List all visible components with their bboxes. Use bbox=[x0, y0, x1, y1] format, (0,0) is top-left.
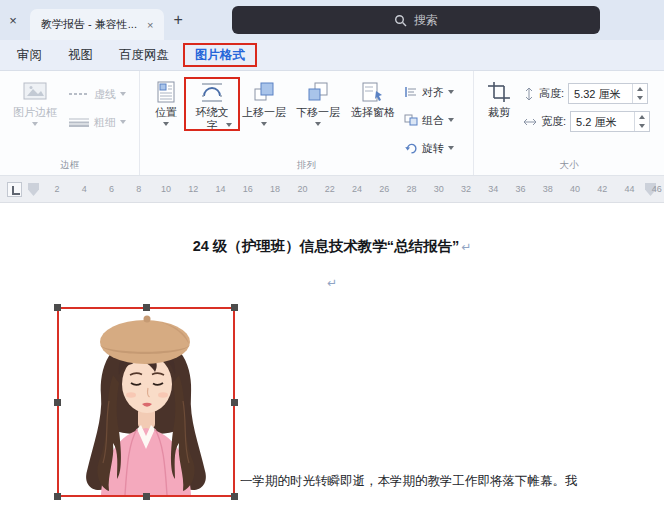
width-label: 宽度: bbox=[541, 114, 566, 129]
crop-button[interactable]: 裁剪 bbox=[479, 79, 519, 121]
group-objects-icon bbox=[404, 114, 418, 126]
dashes-icon bbox=[68, 91, 90, 97]
rotate-icon bbox=[404, 142, 418, 154]
width-decrease-button[interactable] bbox=[635, 122, 649, 132]
document-title: 24 级（护理班）信息技术教学“总结报告”↵ bbox=[0, 237, 664, 256]
width-stepper[interactable]: 5.2 厘米 bbox=[570, 111, 650, 132]
selection-handle[interactable] bbox=[231, 493, 238, 500]
ruler-tick: 12 bbox=[186, 184, 200, 194]
picture-border-icon bbox=[22, 81, 48, 103]
ruler-ticks: 2 4 6 8 10 12 14 16 18 20 22 24 26 28 30… bbox=[50, 176, 664, 202]
ruler-tick: 6 bbox=[105, 184, 119, 194]
width-icon bbox=[523, 116, 537, 128]
tab-baidu-netdisk[interactable]: 百度网盘 bbox=[106, 40, 182, 70]
group-button[interactable]: 组合 bbox=[401, 109, 461, 131]
ruler-tick: 44 bbox=[623, 184, 637, 194]
line-weight-button[interactable]: 粗细 bbox=[65, 111, 129, 133]
down-arrow-icon bbox=[639, 124, 645, 128]
crop-label: 裁剪 bbox=[488, 106, 510, 119]
word-application-window: × 教学报告 - 兼容性... × + 搜索 审阅 视图 百度网盘 图片格式 bbox=[0, 0, 664, 510]
bring-forward-button[interactable]: 上移一层 bbox=[237, 79, 291, 128]
document-tab-label: 教学报告 - 兼容性... bbox=[41, 17, 137, 32]
crop-icon bbox=[487, 81, 511, 103]
new-tab-icon[interactable]: + bbox=[173, 11, 182, 29]
chevron-down-icon bbox=[163, 122, 169, 126]
selection-handle[interactable] bbox=[143, 304, 150, 311]
ruler-tick: 14 bbox=[214, 184, 228, 194]
chevron-down-icon bbox=[32, 122, 38, 126]
ruler-tick: 8 bbox=[132, 184, 146, 194]
tab-view[interactable]: 视图 bbox=[55, 40, 106, 70]
horizontal-ruler: 2 4 6 8 10 12 14 16 18 20 22 24 26 28 30… bbox=[0, 176, 664, 203]
close-icon[interactable]: × bbox=[0, 13, 26, 28]
width-value[interactable]: 5.2 厘米 bbox=[571, 112, 634, 131]
ruler-tick: 24 bbox=[350, 184, 364, 194]
align-label: 对齐 bbox=[422, 85, 444, 100]
height-decrease-button[interactable] bbox=[633, 94, 647, 104]
selection-handle[interactable] bbox=[231, 399, 238, 406]
bring-forward-icon bbox=[252, 81, 276, 103]
wrap-text-button[interactable]: 环绕文字 bbox=[187, 79, 237, 129]
dash-style-label: 虚线 bbox=[94, 87, 116, 102]
picture-border-button[interactable]: 图片边框 bbox=[5, 79, 65, 128]
document-tab[interactable]: 教学报告 - 兼容性... × bbox=[30, 9, 164, 40]
chevron-down-icon bbox=[448, 90, 454, 94]
selection-pane-icon bbox=[361, 81, 385, 103]
dash-style-button[interactable]: 虚线 bbox=[65, 83, 129, 105]
portrait-illustration-image bbox=[59, 309, 233, 495]
ruler-tick: 38 bbox=[541, 184, 555, 194]
bring-forward-label: 上移一层 bbox=[242, 106, 286, 119]
selection-handle[interactable] bbox=[231, 304, 238, 311]
selection-pane-button[interactable]: 选择窗格 bbox=[345, 79, 401, 121]
ruler-tick: 40 bbox=[568, 184, 582, 194]
send-backward-button[interactable]: 下移一层 bbox=[291, 79, 345, 128]
align-icon bbox=[404, 86, 418, 98]
ruler-tick: 20 bbox=[295, 184, 309, 194]
width-increase-button[interactable] bbox=[635, 112, 649, 122]
ruler-tick: 16 bbox=[241, 184, 255, 194]
selection-handle[interactable] bbox=[54, 304, 61, 311]
group-label-size: 大小 bbox=[474, 159, 664, 172]
wrap-text-label: 环绕文字 bbox=[192, 106, 232, 132]
ruler-tick: 4 bbox=[77, 184, 91, 194]
selection-handle[interactable] bbox=[143, 493, 150, 500]
ribbon-tab-row: 审阅 视图 百度网盘 图片格式 bbox=[0, 40, 664, 71]
selected-picture[interactable] bbox=[57, 307, 235, 497]
tab-review[interactable]: 审阅 bbox=[4, 40, 55, 70]
rotate-button[interactable]: 旋转 bbox=[401, 137, 461, 159]
height-increase-button[interactable] bbox=[633, 84, 647, 94]
tab-picture-format[interactable]: 图片格式 bbox=[182, 40, 258, 70]
height-value[interactable]: 5.32 厘米 bbox=[569, 84, 632, 103]
chevron-down-icon bbox=[448, 146, 454, 150]
body-paragraph-text: 一学期的时光转瞬即逝，本学期的教学工作即将落下帷幕。我 bbox=[240, 473, 578, 490]
tab-picture-format-label: 图片格式 bbox=[195, 47, 245, 64]
search-input[interactable]: 搜索 bbox=[232, 6, 600, 34]
selection-handle[interactable] bbox=[54, 493, 61, 500]
selection-pane-label: 选择窗格 bbox=[351, 106, 395, 119]
up-arrow-icon bbox=[639, 115, 645, 119]
group-label-border: 边框 bbox=[0, 159, 139, 172]
height-stepper[interactable]: 5.32 厘米 bbox=[568, 83, 648, 104]
indent-marker[interactable] bbox=[28, 183, 39, 196]
selection-handle[interactable] bbox=[54, 399, 61, 406]
picture-border-label: 图片边框 bbox=[13, 106, 57, 119]
up-arrow-icon bbox=[637, 87, 643, 91]
position-button[interactable]: 位置 bbox=[145, 79, 187, 128]
tab-stop-selector[interactable] bbox=[7, 182, 22, 197]
position-label: 位置 bbox=[155, 106, 177, 119]
height-label: 高度: bbox=[539, 86, 564, 101]
ribbon-group-size: 裁剪 高度: 5.32 厘米 bbox=[474, 71, 664, 175]
align-button[interactable]: 对齐 bbox=[401, 81, 461, 103]
ruler-tick: 22 bbox=[323, 184, 337, 194]
ruler-tick: 36 bbox=[514, 184, 528, 194]
group-label-arrange: 排列 bbox=[140, 159, 473, 172]
titlebar: × 教学报告 - 兼容性... × + 搜索 bbox=[0, 0, 664, 40]
tab-close-icon[interactable]: × bbox=[147, 19, 153, 31]
document-page[interactable]: 24 级（护理班）信息技术教学“总结报告”↵ ↵ bbox=[0, 204, 664, 510]
ruler-tick: 30 bbox=[432, 184, 446, 194]
chevron-down-icon bbox=[120, 92, 126, 96]
ruler-tick: 10 bbox=[159, 184, 173, 194]
send-backward-label: 下移一层 bbox=[296, 106, 340, 119]
chevron-down-icon bbox=[226, 123, 232, 127]
ruler-tick: 2 bbox=[50, 184, 64, 194]
